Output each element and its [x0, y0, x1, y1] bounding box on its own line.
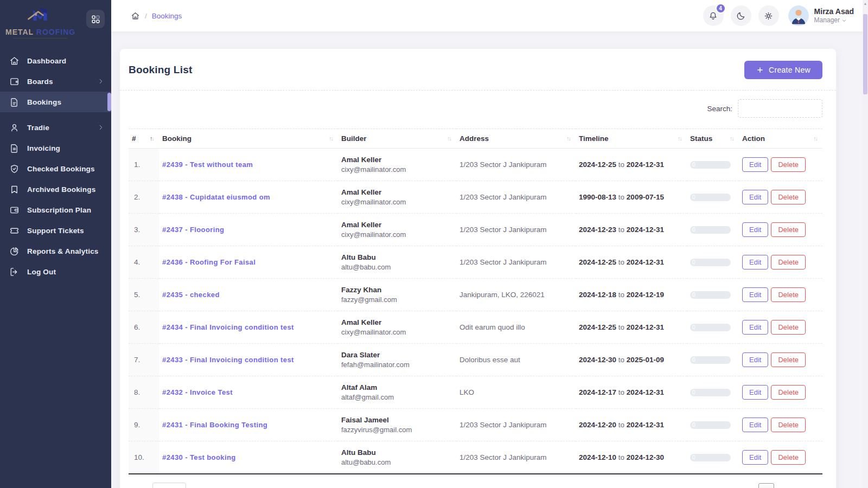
- notifications-button[interactable]: 4: [703, 5, 724, 26]
- booking-link[interactable]: #2431 - Final Booking Testing: [162, 421, 267, 429]
- scroll-up-arrow[interactable]: ▲: [863, 2, 868, 5]
- topbar: / Bookings 4: [111, 0, 868, 31]
- address-cell: Jankipuram, LKO, 226021: [456, 279, 576, 311]
- sidebar-item-tradie[interactable]: Tradie: [0, 117, 111, 138]
- active-indicator: [107, 93, 111, 111]
- pagination: Previous 12 Next: [716, 483, 822, 488]
- address-cell: 1/203 Sector J Jankipuram: [456, 149, 576, 181]
- sidebar-item-invoicing[interactable]: Invoicing: [0, 138, 111, 158]
- delete-button[interactable]: Delete: [771, 320, 806, 335]
- pagination-pages: 12: [758, 483, 793, 488]
- search-input[interactable]: [738, 99, 822, 118]
- breadcrumb-separator: /: [145, 12, 147, 20]
- sidebar-item-label: Archived Bookings: [27, 185, 105, 194]
- page-title: Booking List: [129, 64, 192, 76]
- edit-button[interactable]: Edit: [742, 320, 768, 335]
- pagination-previous[interactable]: Previous: [716, 484, 756, 488]
- apps-grid-icon[interactable]: [86, 10, 105, 28]
- delete-button[interactable]: Delete: [771, 190, 806, 204]
- edit-button[interactable]: Edit: [742, 450, 768, 465]
- avatar: [788, 5, 809, 26]
- column-header-booking[interactable]: Booking↑↓: [159, 129, 338, 149]
- column-header-builder[interactable]: Builder↑↓: [338, 129, 456, 149]
- pagination-next[interactable]: Next: [796, 484, 822, 488]
- delete-button[interactable]: Delete: [771, 255, 806, 269]
- gear-icon: [763, 11, 774, 21]
- edit-button[interactable]: Edit: [742, 190, 768, 204]
- page-size-select[interactable]: 10: [152, 483, 186, 488]
- home-icon[interactable]: [131, 11, 140, 21]
- sidebar-item-archived-bookings[interactable]: Archived Bookings: [0, 179, 111, 200]
- delete-button[interactable]: Delete: [771, 385, 806, 400]
- column-header-address[interactable]: Address↑↓: [456, 129, 576, 149]
- edit-button[interactable]: Edit: [742, 287, 768, 302]
- create-new-button[interactable]: Create New: [744, 61, 822, 79]
- column-header-timeline[interactable]: Timeline↑↓: [576, 129, 687, 149]
- sidebar-item-subscription-plan[interactable]: Subscription Plan: [0, 200, 111, 220]
- breadcrumb-current[interactable]: Bookings: [152, 12, 182, 20]
- booking-link[interactable]: #2436 - Roofing For Faisal: [162, 258, 256, 266]
- sidebar-item-boards[interactable]: Boards: [0, 71, 111, 92]
- timeline-cell: 1990-08-13 to 2009-07-15: [576, 181, 687, 214]
- booking-link[interactable]: #2434 - Final Invoicing condition test: [162, 323, 294, 331]
- pagination-page-1[interactable]: 1: [758, 483, 774, 488]
- edit-button[interactable]: Edit: [742, 255, 768, 269]
- booking-link[interactable]: #2439 - Test without team: [162, 160, 253, 169]
- delete-button[interactable]: Delete: [771, 287, 806, 302]
- builder-email: cixy@mailinator.com: [341, 165, 451, 174]
- sidebar-item-reports-analytics[interactable]: Reports & Analytics: [0, 241, 111, 261]
- delete-button[interactable]: Delete: [771, 352, 806, 367]
- builder-name: Amal Keller: [341, 156, 451, 164]
- delete-button[interactable]: Delete: [771, 450, 806, 465]
- builder-name: Amal Keller: [341, 221, 451, 229]
- column-header-action[interactable]: Action↑↓: [739, 129, 822, 149]
- plus-icon: [756, 66, 764, 74]
- sidebar-item-log-out[interactable]: Log Out: [0, 261, 111, 282]
- builder-email: cixy@mailinator.com: [341, 230, 451, 239]
- logo-text: METAL ROOFING: [5, 28, 75, 36]
- logout-icon: [9, 267, 20, 277]
- booking-link[interactable]: #2433 - Final Invoicing condition test: [162, 356, 294, 364]
- row-number: 10.: [129, 441, 159, 474]
- booking-link[interactable]: #2437 - Floooring: [162, 226, 224, 234]
- booking-link[interactable]: #2430 - Test booking: [162, 453, 236, 461]
- delete-button[interactable]: Delete: [771, 157, 806, 172]
- content: Booking List Create New Search: #↑↓Booki…: [111, 31, 868, 488]
- sidebar-item-support-tickets[interactable]: Support Tickets: [0, 220, 111, 241]
- app-logo[interactable]: METAL ROOFING: [5, 5, 75, 41]
- delete-button[interactable]: Delete: [771, 418, 806, 432]
- edit-button[interactable]: Edit: [742, 157, 768, 172]
- sidebar-item-dashboard[interactable]: Dashboard: [0, 50, 111, 71]
- booking-link[interactable]: #2438 - Cupidatat eiusmod om: [162, 193, 270, 201]
- board-icon: [9, 76, 20, 87]
- dark-mode-button[interactable]: [731, 5, 751, 26]
- edit-button[interactable]: Edit: [742, 385, 768, 400]
- sidebar-item-checked-bookings[interactable]: Checked Bookings: [0, 158, 111, 179]
- column-header-status[interactable]: Status↑↓: [687, 129, 739, 149]
- edit-button[interactable]: Edit: [742, 418, 768, 432]
- pagination-page-2[interactable]: 2: [777, 483, 793, 488]
- sidebar-item-bookings[interactable]: Bookings: [0, 92, 111, 112]
- builder-name: Amal Keller: [341, 318, 451, 326]
- moon-icon: [736, 11, 746, 21]
- delete-button[interactable]: Delete: [771, 222, 806, 237]
- sort-icon: ↑↓: [150, 136, 154, 142]
- timeline-cell: 2024-12-25 to 2024-12-31: [576, 246, 687, 279]
- booking-link[interactable]: #2432 - Invoice Test: [162, 388, 233, 396]
- sort-icon: ↑↓: [566, 136, 570, 142]
- settings-button[interactable]: [758, 5, 779, 26]
- table-row: 6.#2434 - Final Invoicing condition test…: [129, 311, 822, 344]
- scrollbar-thumb[interactable]: [863, 14, 867, 94]
- edit-button[interactable]: Edit: [742, 352, 768, 367]
- builder-name: Altu Babu: [341, 253, 451, 261]
- logo-tagline-divider: [13, 38, 67, 41]
- table-row: 10.#2430 - Test bookingAltu Babualtu@bab…: [129, 441, 822, 474]
- booking-link[interactable]: #2435 - checked: [162, 291, 220, 299]
- column-header-index[interactable]: #↑↓: [129, 129, 159, 149]
- edit-button[interactable]: Edit: [742, 222, 768, 237]
- progress-bar: 0: [690, 226, 731, 234]
- builder-name: Altu Babu: [341, 448, 451, 457]
- user-menu[interactable]: Mirza Asad Manager: [788, 5, 854, 26]
- address-cell: Doloribus esse aut: [456, 344, 576, 376]
- table-body: 1.#2439 - Test without teamAmal Kellerci…: [129, 149, 822, 474]
